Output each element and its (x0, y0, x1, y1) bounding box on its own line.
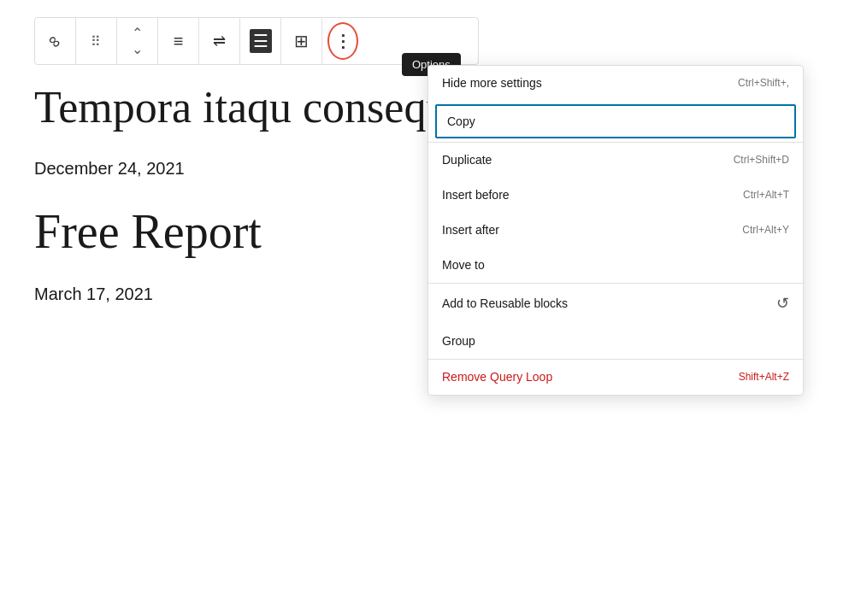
align-icon: ≡ (174, 32, 184, 51)
sliders-icon: ⇌ (213, 32, 226, 50)
copy-item[interactable]: Copy (435, 104, 796, 138)
link-button[interactable]: ∞ (35, 17, 76, 65)
menu-section-4: Remove Query Loop Shift+Alt+Z (428, 359, 803, 395)
group-item[interactable]: Group (428, 324, 803, 359)
duplicate-shortcut: Ctrl+Shift+D (734, 154, 789, 166)
move-to-item[interactable]: Move to (428, 248, 803, 283)
insert-after-item[interactable]: Insert after Ctrl+Alt+Y (428, 213, 803, 248)
grid-view-button[interactable]: ⊞ (281, 17, 322, 65)
group-label: Group (442, 334, 475, 348)
move-to-label: Move to (442, 258, 485, 272)
move-button[interactable]: ⌃⌄ (117, 17, 158, 65)
add-reusable-item[interactable]: Add to Reusable blocks ↺ (428, 284, 803, 324)
hide-settings-label: Hide more settings (442, 76, 542, 90)
hide-settings-item[interactable]: Hide more settings Ctrl+Shift+, (428, 66, 803, 101)
drag-button[interactable]: ⠿ (76, 17, 117, 65)
content-area: ∞ ⠿ ⌃⌄ ≡ ⇌ ☰ ⊞ ⋮ Options Tempora itaqu c… (0, 0, 855, 616)
hide-settings-shortcut: Ctrl+Shift+, (738, 77, 789, 89)
remove-query-loop-shortcut: Shift+Alt+Z (739, 371, 789, 383)
link-icon: ∞ (44, 30, 66, 52)
menu-section-3: Add to Reusable blocks ↺ Group (428, 283, 803, 359)
menu-section-2: Duplicate Ctrl+Shift+D Insert before Ctr… (428, 142, 803, 283)
insert-before-shortcut: Ctrl+Alt+T (743, 189, 789, 201)
reuse-icon: ↺ (776, 294, 789, 313)
insert-before-label: Insert before (442, 188, 510, 202)
options-dots-icon: ⋮ (334, 31, 351, 51)
insert-after-shortcut: Ctrl+Alt+Y (742, 224, 789, 236)
add-reusable-label: Add to Reusable blocks (442, 296, 568, 310)
remove-query-loop-item[interactable]: Remove Query Loop Shift+Alt+Z (428, 360, 803, 395)
copy-label: Copy (447, 114, 475, 128)
move-icon: ⌃⌄ (132, 25, 143, 57)
align-button[interactable]: ≡ (158, 17, 199, 65)
list-view-button[interactable]: ☰ (240, 17, 281, 65)
remove-query-loop-label: Remove Query Loop (442, 370, 552, 384)
insert-after-label: Insert after (442, 223, 499, 237)
insert-before-item[interactable]: Insert before Ctrl+Alt+T (428, 178, 803, 213)
list-view-icon: ☰ (250, 29, 272, 53)
options-dropdown: Hide more settings Ctrl+Shift+, Copy Dup… (428, 65, 804, 396)
duplicate-label: Duplicate (442, 153, 492, 167)
duplicate-item[interactable]: Duplicate Ctrl+Shift+D (428, 143, 803, 178)
sliders-button[interactable]: ⇌ (199, 17, 240, 65)
drag-icon: ⠿ (91, 33, 103, 50)
options-button[interactable]: ⋮ (322, 17, 363, 65)
grid-view-icon: ⊞ (294, 31, 309, 51)
menu-section-1: Hide more settings Ctrl+Shift+, Copy (428, 66, 803, 138)
